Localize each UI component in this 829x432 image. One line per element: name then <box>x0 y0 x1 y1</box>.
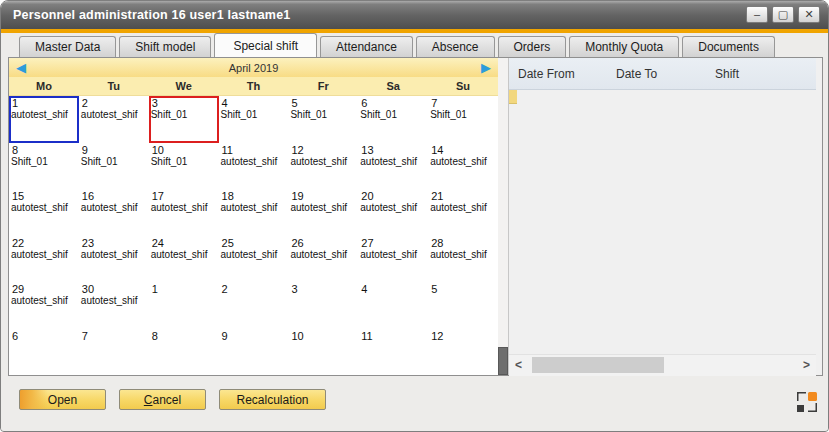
day-number: 11 <box>219 143 289 156</box>
tab-attendance[interactable]: Attendance <box>320 36 413 57</box>
expand-form-icon[interactable] <box>797 392 817 412</box>
calendar-day-cell[interactable]: 4Shift_01 <box>219 96 289 143</box>
calendar-day-cell[interactable]: 19autotest_shif <box>288 189 358 236</box>
scroll-left-icon[interactable]: < <box>515 358 522 372</box>
calendar-day-cell[interactable]: 3 <box>288 282 358 329</box>
open-button[interactable]: Open <box>19 389 106 410</box>
calendar-grid: 1autotest_shif2autotest_shif3Shift_014Sh… <box>9 96 498 375</box>
calendar-day-cell[interactable]: 9 <box>219 329 289 376</box>
calendar-day-cell[interactable]: 2autotest_shif <box>79 96 149 143</box>
calendar-vertical-scrollbar[interactable] <box>498 58 509 375</box>
calendar-day-cell[interactable]: 6 <box>9 329 79 376</box>
calendar-day-cell[interactable]: 1autotest_shif <box>9 96 79 143</box>
special-shift-table: Date From Date To Shift <box>509 58 816 354</box>
recalculation-button[interactable]: Recalculation <box>219 389 326 410</box>
minimize-icon: – <box>747 7 767 21</box>
calendar-day-cell[interactable]: 11autotest_shif <box>219 143 289 190</box>
calendar-day-cell[interactable]: 29autotest_shif <box>9 282 79 329</box>
calendar-day-cell[interactable]: 4 <box>358 282 428 329</box>
calendar-day-cell[interactable]: 3Shift_01 <box>149 96 219 143</box>
calendar-day-cell[interactable]: 12autotest_shif <box>288 143 358 190</box>
minimize-button[interactable]: – <box>746 6 768 23</box>
maximize-button[interactable]: ▢ <box>772 6 794 23</box>
calendar-day-cell[interactable]: 15autotest_shif <box>9 189 79 236</box>
calendar-day-cell[interactable]: 2 <box>219 282 289 329</box>
calendar-day-cell[interactable]: 25autotest_shif <box>219 236 289 283</box>
calendar-day-cell[interactable]: 27autotest_shif <box>358 236 428 283</box>
day-number: 5 <box>288 96 358 109</box>
day-number: 2 <box>219 282 289 295</box>
weekday-label: Tu <box>79 80 149 92</box>
shift-label: autotest_shif <box>428 202 498 214</box>
calendar-day-cell[interactable]: 5Shift_01 <box>288 96 358 143</box>
calendar-day-cell[interactable]: 10Shift_01 <box>149 143 219 190</box>
shift-label: autotest_shif <box>149 249 219 261</box>
day-number: 25 <box>219 236 289 249</box>
calendar-day-cell[interactable]: 7 <box>79 329 149 376</box>
tab-orders[interactable]: Orders <box>498 36 567 57</box>
footer: Open Cancel Recalculation <box>1 376 828 431</box>
calendar-day-cell[interactable]: 6Shift_01 <box>358 96 428 143</box>
day-number: 14 <box>428 143 498 156</box>
calendar-day-cell[interactable]: 5 <box>428 282 498 329</box>
calendar-day-cell[interactable]: 26autotest_shif <box>288 236 358 283</box>
day-number: 5 <box>428 282 498 295</box>
day-number: 17 <box>149 189 219 202</box>
horizontal-scrollbar-thumb[interactable] <box>532 357 664 373</box>
next-month-icon[interactable]: ▶ <box>481 59 491 76</box>
titlebar[interactable]: Personnel administration 16 user1 lastna… <box>1 1 828 29</box>
calendar-day-cell[interactable]: 1 <box>149 282 219 329</box>
day-number: 28 <box>428 236 498 249</box>
calendar-day-cell[interactable]: 24autotest_shif <box>149 236 219 283</box>
tab-master-data[interactable]: Master Data <box>19 36 116 57</box>
tab-special-shift[interactable]: Special shift <box>214 33 317 57</box>
day-number: 7 <box>428 96 498 109</box>
calendar-day-cell[interactable]: 23autotest_shif <box>79 236 149 283</box>
day-number: 10 <box>288 329 358 342</box>
tab-monthly-quota[interactable]: Monthly Quota <box>569 36 679 57</box>
shift-label: autotest_shif <box>358 249 428 261</box>
day-number: 15 <box>9 189 79 202</box>
calendar-day-cell[interactable]: 30autotest_shif <box>79 282 149 329</box>
calendar-day-cell[interactable]: 14autotest_shif <box>428 143 498 190</box>
weekday-label: Mo <box>9 80 79 92</box>
day-number: 2 <box>79 96 149 109</box>
vertical-scrollbar-thumb[interactable] <box>498 347 508 375</box>
tab-documents[interactable]: Documents <box>682 36 775 57</box>
calendar-day-cell[interactable]: 21autotest_shif <box>428 189 498 236</box>
column-header-shift[interactable]: Shift <box>706 67 816 81</box>
calendar-day-cell[interactable]: 16autotest_shif <box>79 189 149 236</box>
calendar-day-cell[interactable]: 22autotest_shif <box>9 236 79 283</box>
day-number: 11 <box>358 329 428 342</box>
tab-shift-model[interactable]: Shift model <box>119 36 211 57</box>
tab-absence[interactable]: Absence <box>416 36 495 57</box>
calendar-day-cell[interactable]: 17autotest_shif <box>149 189 219 236</box>
day-number: 1 <box>149 282 219 295</box>
prev-month-icon[interactable]: ◀ <box>16 59 26 76</box>
scroll-right-icon[interactable]: > <box>803 358 810 372</box>
recalculation-button-label: Recalculation <box>236 393 308 407</box>
calendar-day-cell[interactable]: 28autotest_shif <box>428 236 498 283</box>
calendar-day-cell[interactable]: 7Shift_01 <box>428 96 498 143</box>
calendar-day-cell[interactable]: 13autotest_shif <box>358 143 428 190</box>
close-button[interactable]: ✕ <box>798 6 820 23</box>
calendar-day-cell[interactable]: 8Shift_01 <box>9 143 79 190</box>
calendar-day-cell[interactable]: 20autotest_shif <box>358 189 428 236</box>
shift-label: autotest_shif <box>219 249 289 261</box>
calendar-day-cell[interactable]: 11 <box>358 329 428 376</box>
table-horizontal-scrollbar[interactable]: < > <box>509 354 816 376</box>
calendar-day-cell[interactable]: 9Shift_01 <box>79 143 149 190</box>
day-number: 27 <box>358 236 428 249</box>
day-number: 22 <box>9 236 79 249</box>
column-header-date-from[interactable]: Date From <box>509 67 607 81</box>
calendar-day-cell[interactable]: 10 <box>288 329 358 376</box>
column-header-date-to[interactable]: Date To <box>607 67 706 81</box>
cancel-button[interactable]: Cancel <box>119 389 206 410</box>
calendar-day-cell[interactable]: 18autotest_shif <box>219 189 289 236</box>
calendar-day-cell[interactable]: 12 <box>428 329 498 376</box>
table-body <box>509 90 816 354</box>
shift-label: Shift_01 <box>358 109 428 121</box>
personnel-administration-window: Personnel administration 16 user1 lastna… <box>0 0 829 432</box>
day-number: 29 <box>9 282 79 295</box>
calendar-day-cell[interactable]: 8 <box>149 329 219 376</box>
